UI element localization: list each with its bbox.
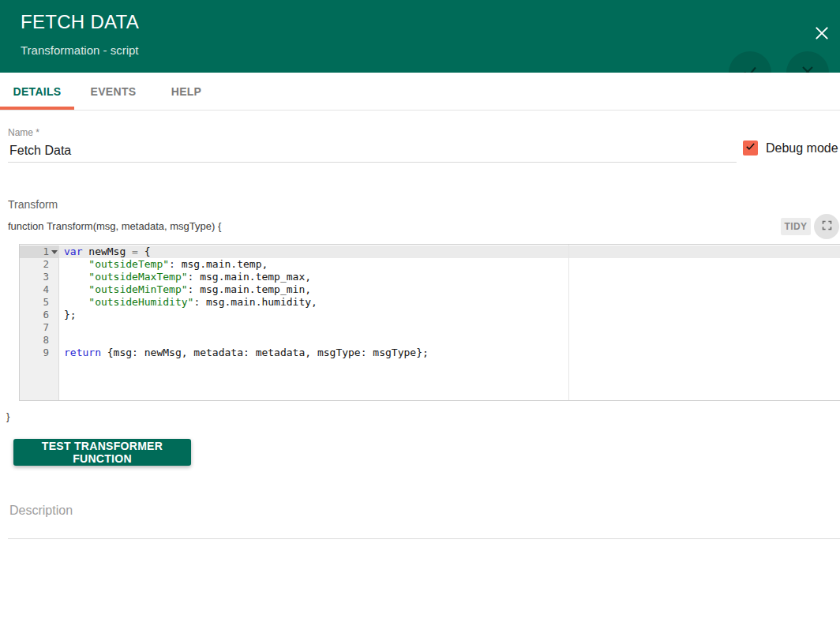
- line-number: 2: [20, 258, 58, 271]
- dialog-title: FETCH DATA: [21, 11, 139, 33]
- active-tab-indicator: [0, 107, 74, 110]
- tidy-button[interactable]: TIDY: [781, 218, 811, 235]
- close-icon[interactable]: [813, 25, 831, 43]
- code-line: var newMsg = {: [64, 245, 840, 258]
- dialog-subtitle: Transformation - script: [21, 43, 138, 57]
- line-number: 6: [20, 309, 58, 321]
- debug-mode-label: Debug mode: [766, 141, 838, 156]
- line-number: 7: [20, 321, 58, 334]
- test-transformer-button[interactable]: TEST TRANSFORMER FUNCTION: [13, 439, 191, 466]
- name-input[interactable]: [9, 144, 728, 158]
- line-number: 3: [20, 271, 58, 283]
- tab-details[interactable]: DETAILS: [0, 73, 74, 110]
- code-line: };: [64, 309, 840, 321]
- fullscreen-icon: [821, 219, 833, 234]
- function-signature: function Transform(msg, metadata, msgTyp…: [8, 220, 221, 232]
- line-number: 5: [20, 296, 58, 309]
- line-number: 1: [20, 245, 58, 258]
- code-line: [64, 321, 840, 334]
- editor-gutter: 123456789: [20, 245, 59, 400]
- check-icon: [744, 141, 756, 156]
- code-line: "outsideMinTemp": msg.main.temp_min,: [64, 283, 840, 296]
- code-line: "outsideMaxTemp": msg.main.temp_max,: [64, 271, 840, 283]
- description-input[interactable]: [9, 504, 831, 518]
- name-field-underline: [8, 162, 737, 163]
- transform-label: Transform: [8, 198, 58, 211]
- line-number: 4: [20, 283, 58, 296]
- code-line: return {msg: newMsg, metadata: metadata,…: [64, 347, 840, 359]
- editor-code-area[interactable]: var newMsg = { "outsideTemp": msg.main.t…: [64, 245, 840, 359]
- debug-mode-checkbox[interactable]: [743, 141, 758, 156]
- code-editor[interactable]: 123456789 var newMsg = { "outsideTemp": …: [19, 244, 840, 401]
- name-field-label: Name *: [8, 127, 39, 138]
- fullscreen-button[interactable]: [814, 214, 839, 239]
- code-line: "outsideHumidity": msg.main.humidity,: [64, 296, 840, 309]
- dialog-header: FETCH DATA Transformation - script: [0, 0, 840, 73]
- rule-node-dialog: FETCH DATA Transformation - script DETAI…: [0, 0, 840, 622]
- fold-arrow-icon[interactable]: [51, 250, 58, 254]
- code-line: "outsideTemp": msg.main.temp,: [64, 258, 840, 271]
- code-line: [64, 334, 840, 347]
- tab-bar: DETAILS EVENTS HELP: [0, 73, 840, 111]
- print-margin-line: [568, 245, 569, 400]
- line-number: 8: [20, 334, 58, 347]
- tab-help[interactable]: HELP: [155, 73, 218, 110]
- function-closing-brace: }: [6, 410, 9, 422]
- tab-events[interactable]: EVENTS: [74, 73, 152, 110]
- description-underline: [8, 538, 840, 539]
- line-number: 9: [20, 347, 58, 359]
